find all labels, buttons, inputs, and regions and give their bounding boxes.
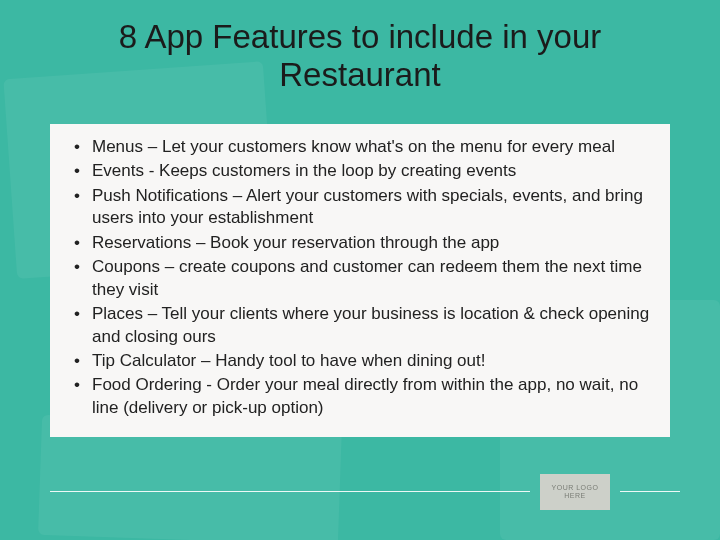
list-item-text: Food Ordering - Order your meal directly… [92, 375, 638, 416]
list-item-text: Coupons – create coupons and customer ca… [92, 257, 642, 298]
list-item-text: Places – Tell your clients where your bu… [92, 304, 649, 345]
badge-line-1: YOUR LOGO [552, 484, 599, 492]
footer-divider-right [620, 491, 680, 492]
list-item: Menus – Let your customers know what's o… [88, 136, 652, 158]
slide-title: 8 App Features to include in your Restau… [0, 0, 720, 94]
title-line-1: 8 App Features to include in your [119, 18, 601, 55]
list-item-text: Reservations – Book your reservation thr… [92, 233, 499, 252]
list-item: Coupons – create coupons and customer ca… [88, 256, 652, 301]
list-item: Push Notifications – Alert your customer… [88, 185, 652, 230]
list-item-text: Tip Calculator – Handy tool to have when… [92, 351, 485, 370]
list-item: Events - Keeps customers in the loop by … [88, 160, 652, 182]
footer-divider-left [50, 491, 530, 492]
list-item: Places – Tell your clients where your bu… [88, 303, 652, 348]
badge-line-2: HERE [564, 492, 585, 500]
feature-list: Menus – Let your customers know what's o… [68, 136, 652, 419]
content-panel: Menus – Let your customers know what's o… [50, 124, 670, 437]
logo-placeholder-badge: YOUR LOGO HERE [540, 474, 610, 510]
slide: 8 App Features to include in your Restau… [0, 0, 720, 540]
list-item: Tip Calculator – Handy tool to have when… [88, 350, 652, 372]
list-item: Reservations – Book your reservation thr… [88, 232, 652, 254]
list-item-text: Menus – Let your customers know what's o… [92, 137, 615, 156]
list-item-text: Events - Keeps customers in the loop by … [92, 161, 516, 180]
list-item: Food Ordering - Order your meal directly… [88, 374, 652, 419]
list-item-text: Push Notifications – Alert your customer… [92, 186, 643, 227]
title-line-2: Restaurant [279, 56, 440, 93]
